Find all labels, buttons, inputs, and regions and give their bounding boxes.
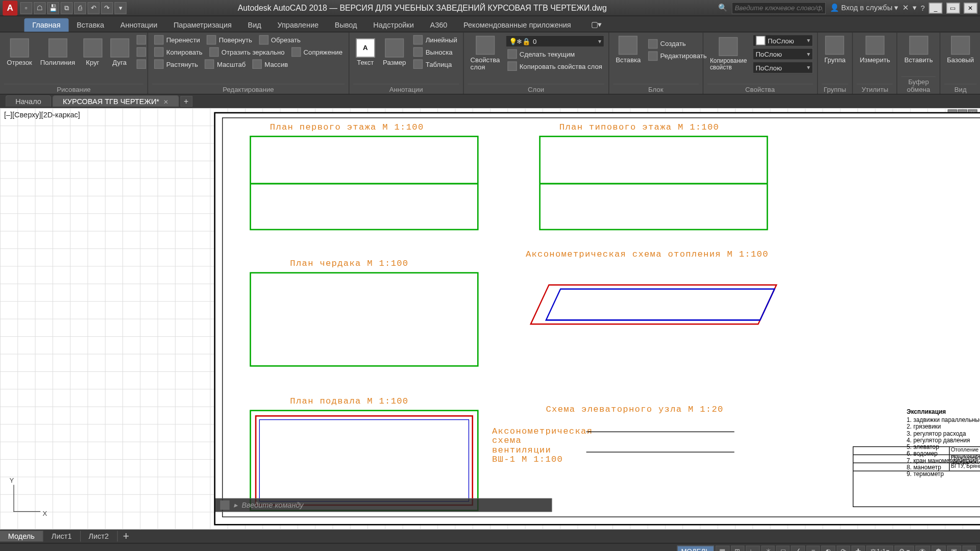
stretch-button[interactable]: Растянуть: [152, 59, 200, 69]
panel-layers-title[interactable]: Слои: [468, 84, 604, 93]
linetype-combo[interactable]: ПоСлою: [752, 61, 813, 73]
doc-tab-new-button[interactable]: +: [180, 95, 192, 106]
layout-tab-2[interactable]: Лист2: [81, 531, 118, 541]
command-history-icon[interactable]: [220, 500, 229, 510]
infocenter-search-icon[interactable]: 🔍: [718, 4, 727, 12]
qat-saveas-icon[interactable]: ⧉: [61, 2, 73, 14]
edit-block-button[interactable]: Редактировать: [646, 51, 709, 61]
panel-groups-title[interactable]: Группы: [822, 84, 848, 93]
status-modelspace[interactable]: МОДЕЛЬ: [677, 545, 714, 551]
qat-undo-icon[interactable]: ↶: [87, 2, 100, 14]
panel-util-title[interactable]: Утилиты: [857, 84, 893, 93]
drawing-canvas[interactable]: [–][Сверху][2D-каркас] _ ▭ ✕ С З В Ю Све…: [0, 108, 980, 530]
status-grid-icon[interactable]: ▦: [715, 545, 729, 551]
panel-draw-title[interactable]: Рисование: [4, 84, 143, 93]
fillet-button[interactable]: Сопряжение: [289, 46, 345, 57]
status-osnap-icon[interactable]: ◻: [776, 545, 790, 551]
linear-button[interactable]: Линейный: [411, 35, 459, 45]
tab-annotate[interactable]: Аннотации: [112, 18, 165, 32]
status-ws-icon[interactable]: ⚙ ▾: [895, 545, 914, 551]
tab-home[interactable]: Главная: [24, 18, 68, 32]
stayconnected-icon[interactable]: ▾: [913, 4, 917, 12]
status-isolate-icon[interactable]: 👁: [915, 545, 930, 551]
leader-button[interactable]: Выноска: [411, 46, 459, 57]
tab-view[interactable]: Вид: [240, 18, 270, 32]
minimize-button[interactable]: _: [929, 3, 942, 13]
measure-button[interactable]: Измерить: [857, 35, 893, 65]
layout-tab-model[interactable]: Модель: [0, 531, 43, 541]
ucs-icon[interactable]: Y X: [8, 477, 48, 517]
doc-tab-start[interactable]: Начало: [6, 95, 52, 107]
qat-more-icon[interactable]: ▾: [114, 2, 127, 14]
insert-block-button[interactable]: Вставка: [613, 35, 644, 65]
status-cleanscreen-icon[interactable]: ▣: [947, 545, 961, 551]
exchange-icon[interactable]: ✕: [902, 4, 909, 12]
panel-clip-title[interactable]: Буфер обмена: [901, 77, 935, 93]
scale-button[interactable]: Масштаб: [203, 59, 248, 69]
group-button[interactable]: Группа: [822, 35, 848, 65]
create-block-button[interactable]: Создать: [646, 38, 709, 49]
mirror-button[interactable]: Отразить зеркально: [207, 46, 287, 57]
status-annomon-icon[interactable]: ✚: [852, 545, 865, 551]
help-icon[interactable]: ?: [921, 4, 925, 12]
paste-button[interactable]: Вставить: [901, 35, 935, 65]
tab-parametric[interactable]: Параметризация: [165, 18, 240, 32]
table-button[interactable]: Таблица: [411, 59, 459, 69]
draw-more3-button[interactable]: [134, 59, 148, 69]
move-button[interactable]: Перенести: [152, 35, 202, 45]
close-button[interactable]: ✕: [964, 3, 977, 13]
status-transparency-icon[interactable]: ◐: [821, 545, 836, 551]
status-lweight-icon[interactable]: ≡: [806, 545, 820, 551]
doc-tab-current[interactable]: КУРСОВАЯ ТГВ ЧЕРТЕЖИ*✕: [53, 95, 179, 107]
status-cycling-icon[interactable]: ⟳: [837, 545, 850, 551]
tab-manage[interactable]: Управление: [270, 18, 327, 32]
arc-button[interactable]: Дуга: [107, 37, 131, 67]
ribbon-collapse-icon[interactable]: ▢▾: [583, 17, 610, 32]
make-current-button[interactable]: Сделать текущим: [505, 48, 604, 59]
qat-save-icon[interactable]: 💾: [47, 2, 59, 14]
qat-redo-icon[interactable]: ↷: [101, 2, 113, 14]
array-button[interactable]: Массив: [251, 59, 290, 69]
maximize-button[interactable]: ▭: [946, 3, 960, 13]
qat-plot-icon[interactable]: ⎙: [74, 2, 86, 14]
layout-tab-1[interactable]: Лист1: [43, 531, 81, 541]
tab-addins[interactable]: Надстройки: [365, 18, 422, 32]
status-otrack-icon[interactable]: ∠: [791, 545, 805, 551]
trim-button[interactable]: Обрезать: [257, 35, 303, 45]
text-button[interactable]: AТекст: [353, 37, 377, 67]
qat-new-icon[interactable]: ▫: [20, 2, 33, 14]
status-snap-icon[interactable]: ⊞: [730, 545, 744, 551]
tab-a360[interactable]: A360: [422, 18, 456, 32]
doc-tab-close-icon[interactable]: ✕: [163, 98, 169, 105]
draw-more1-button[interactable]: [134, 35, 148, 45]
command-line[interactable]: ▸ Введите команду: [215, 498, 552, 512]
status-annoscale[interactable]: ⚖ 1:1 ▾: [867, 545, 894, 551]
panel-annot-title[interactable]: Аннотации: [353, 84, 459, 93]
panel-modify-title[interactable]: Редактирование: [152, 84, 345, 93]
layout-add-button[interactable]: +: [117, 529, 134, 543]
panel-block-title[interactable]: Блок: [613, 84, 698, 93]
polyline-button[interactable]: Полилиния: [37, 37, 78, 67]
copy-button[interactable]: Копировать: [152, 46, 205, 57]
color-combo[interactable]: ПоСлою: [752, 35, 813, 47]
baseview-button[interactable]: Базовый: [944, 35, 976, 65]
viewport-label[interactable]: [–][Сверху][2D-каркас]: [4, 111, 80, 119]
tab-featured[interactable]: Рекомендованные приложения: [455, 18, 579, 32]
qat-open-icon[interactable]: ☖: [34, 2, 46, 14]
circle-button[interactable]: Круг: [81, 37, 105, 67]
dimension-button[interactable]: Размер: [380, 37, 409, 67]
app-menu-icon[interactable]: A: [3, 1, 17, 15]
panel-properties-title[interactable]: Свойства: [707, 84, 813, 93]
status-ortho-icon[interactable]: ∟: [745, 545, 760, 551]
status-polar-icon[interactable]: ✳: [762, 545, 775, 551]
match-properties-button[interactable]: Копирование свойств: [707, 36, 750, 72]
layer-properties-button[interactable]: Свойства слоя: [468, 35, 502, 72]
lineweight-combo[interactable]: ПоСлою: [752, 48, 813, 60]
tab-insert[interactable]: Вставка: [68, 18, 112, 32]
rotate-button[interactable]: Повернуть: [205, 35, 254, 45]
status-hardware-icon[interactable]: ⬢: [932, 545, 946, 551]
tab-output[interactable]: Вывод: [327, 18, 365, 32]
draw-more2-button[interactable]: [134, 46, 148, 57]
infocenter-search-input[interactable]: [731, 2, 826, 14]
line-button[interactable]: Отрезок: [4, 37, 35, 67]
